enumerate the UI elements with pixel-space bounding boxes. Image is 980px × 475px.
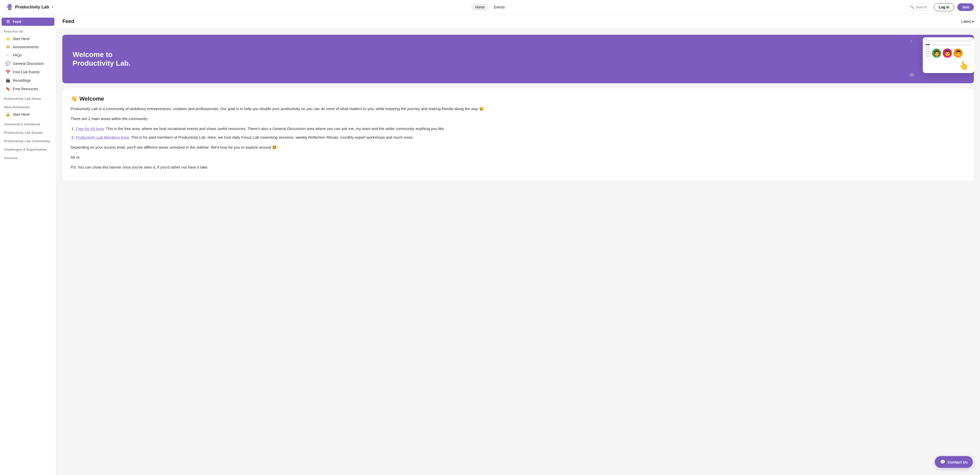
video-icon: 🎬	[6, 78, 10, 83]
sidebar-feed-label: Feed	[13, 20, 21, 24]
area-2-item: Productivity Lab Members Area: This is f…	[76, 134, 966, 141]
avatar-orange: 👨	[953, 49, 963, 58]
sidebar-section-productivity-lab-events[interactable]: Productivity Lab Events	[0, 127, 56, 136]
app-layout: ☰ Feed Free-For-All ⭐ Start Here! 99 Ann…	[0, 14, 980, 475]
welcome-body: Productivity Lab is a community of ambit…	[70, 106, 966, 170]
nav-events-button[interactable]: Events	[490, 3, 509, 11]
sidebar: ☰ Feed Free-For-All ⭐ Start Here! 99 Ann…	[0, 14, 56, 475]
area1-text2: area where you can ask me, my team and t…	[307, 126, 445, 131]
feed-title: Feed	[62, 18, 74, 24]
chevron-down-icon: ▾	[972, 19, 974, 24]
welcome-banner: Welcome to Productivity Lab. ↗ 💬 ✦	[62, 35, 974, 83]
sidebar-item-start-here-1[interactable]: ⭐ Start Here!	[2, 35, 54, 43]
sidebar-section-productivity-lab-community[interactable]: Productivity Lab Community	[0, 136, 56, 144]
browser-sidebar-strip	[925, 44, 930, 57]
join-button[interactable]: Join	[957, 3, 974, 11]
welcome-ps: PS: You can close this banner once you'v…	[70, 164, 966, 171]
sidebar-section-alchemists-handbook[interactable]: Alchemist's Handbook	[0, 119, 56, 127]
strip-item-3	[925, 49, 930, 50]
calendar-icon: 📅	[6, 70, 10, 74]
area-1-item: Free-for-All Area: This is the free area…	[76, 126, 966, 132]
welcome-heading: 👋 Welcome	[70, 95, 966, 102]
sidebar-label-recordings: Recordings	[13, 78, 31, 83]
header-left: 🔮 Productivity Lab ▾	[6, 4, 53, 11]
strip-item-5	[925, 53, 930, 54]
strip-item-2	[925, 46, 930, 48]
cursor-decoration: ↗	[910, 39, 913, 43]
sidebar-item-recordings[interactable]: 🎬 Recordings	[2, 76, 54, 84]
strip-item-6	[925, 56, 930, 57]
welcome-heading-text: Welcome	[80, 95, 104, 102]
login-button[interactable]: Log in	[934, 3, 954, 11]
sidebar-section-free-for-all: Free-For-All	[0, 26, 56, 35]
sidebar-item-start-here-2[interactable]: 🔒 Start Here!	[2, 110, 54, 119]
sidebar-section-new-alchemists: New Alchemists	[0, 102, 56, 110]
sidebar-label-free-resources: Free Resources	[13, 87, 38, 91]
bookmark-icon: 🔖	[6, 87, 10, 91]
general-discussion-italic: General Discussion	[272, 126, 305, 131]
contact-us-label: Contact Us	[948, 460, 968, 464]
sidebar-item-feed[interactable]: ☰ Feed	[2, 17, 54, 26]
speech-bubble-decoration: 💬	[909, 72, 915, 78]
logo-text: Productivity Lab	[15, 5, 49, 10]
chat-bubble-icon: 💬	[6, 61, 10, 66]
main-content-area: Welcome to Productivity Lab. ↗ 💬 ✦	[56, 29, 980, 187]
avatars-row: 👩 👨 👨	[932, 49, 971, 58]
sidebar-section-courses[interactable]: Courses	[0, 153, 56, 161]
contact-us-button[interactable]: 💬 Contact Us	[935, 456, 973, 468]
lock-icon: 🔒	[6, 112, 10, 117]
browser-mockup-illustration: 👩 👨 👨 👆	[923, 37, 974, 73]
strip-item-1	[925, 44, 930, 45]
announcements-badge-icon: 99	[6, 45, 10, 49]
banner-text: Welcome to Productivity Lab.	[73, 50, 137, 67]
sidebar-item-free-resources[interactable]: 🔖 Free Resources	[2, 85, 54, 93]
sidebar-item-general-discussion[interactable]: 💬 General Discussion	[2, 59, 54, 68]
sidebar-label-announcements: Announcements	[13, 45, 38, 49]
sidebar-section-productivity-lab-home[interactable]: Productivity Lab Home	[0, 93, 56, 102]
welcome-content-card: 👋 Welcome Productivity Lab is a communit…	[62, 88, 974, 181]
search-box[interactable]: 🔍 Search	[906, 3, 931, 11]
star-icon: ⭐	[6, 37, 10, 41]
browser-bar	[925, 40, 971, 42]
wave-emoji: 👋	[70, 95, 77, 102]
main-content: Feed Latest ▾ Welcome to Productivity La…	[56, 14, 980, 475]
browser-content: 👩 👨 👨	[925, 44, 971, 58]
sidebar-item-free-live-events[interactable]: 📅 Free Live Events	[2, 68, 54, 76]
area1-text: : This is the free area, where we host o…	[104, 126, 271, 131]
sidebar-label-general-discussion: General Discussion	[13, 62, 44, 66]
cursor-hand-icon: 👆	[959, 61, 969, 70]
sidebar-label-start-here-1: Start Here!	[13, 37, 30, 41]
sidebar-section-challenges-experiments[interactable]: Challenges & Experiments	[0, 144, 56, 153]
avatar-pink: 👨	[943, 49, 952, 58]
members-area-link[interactable]: Productivity Lab Members Area	[76, 135, 129, 140]
search-icon: 🔍	[910, 5, 914, 9]
welcome-para-1: Productivity Lab is a community of ambit…	[70, 106, 966, 112]
search-label: Search	[916, 5, 927, 9]
browser-content-bar-1	[932, 44, 971, 46]
feed-icon: ☰	[6, 19, 10, 24]
chat-icon: 💬	[940, 459, 945, 465]
nav-home-button[interactable]: Home	[471, 3, 489, 11]
welcome-para-3: Depending on your access level, you'll s…	[70, 144, 966, 151]
free-for-all-link[interactable]: Free-for-All Area	[76, 126, 104, 131]
sidebar-label-faqs: FAQs	[13, 53, 22, 57]
welcome-areas-list: Free-for-All Area: This is the free area…	[70, 126, 966, 141]
avatar-green: 👩	[932, 49, 941, 58]
sidebar-item-announcements[interactable]: 99 Announcements	[2, 43, 54, 51]
header-right: 🔍 Search Log in Join	[906, 3, 974, 11]
header-nav: Home Events	[471, 3, 509, 11]
browser-main-area: 👩 👨 👨	[932, 44, 971, 58]
header: 🔮 Productivity Lab ▾ Home Events 🔍 Searc…	[0, 0, 980, 14]
strip-item-4	[925, 51, 930, 52]
welcome-areas-intro: There are 2 main areas within the commun…	[70, 116, 966, 122]
check-icon: ✓	[6, 53, 10, 57]
welcome-sign-off: Ali xx	[70, 154, 966, 160]
sidebar-item-faqs[interactable]: ✓ FAQs	[2, 51, 54, 59]
sort-latest-button[interactable]: Latest ▾	[961, 19, 974, 24]
sidebar-label-start-here-2: Start Here!	[13, 112, 30, 116]
chevron-down-icon[interactable]: ▾	[52, 5, 53, 9]
logo-icon: 🔮	[6, 4, 13, 11]
sidebar-label-free-live-events: Free Live Events	[13, 70, 40, 74]
sort-label: Latest	[961, 19, 971, 24]
feed-header: Feed Latest ▾	[56, 14, 980, 29]
